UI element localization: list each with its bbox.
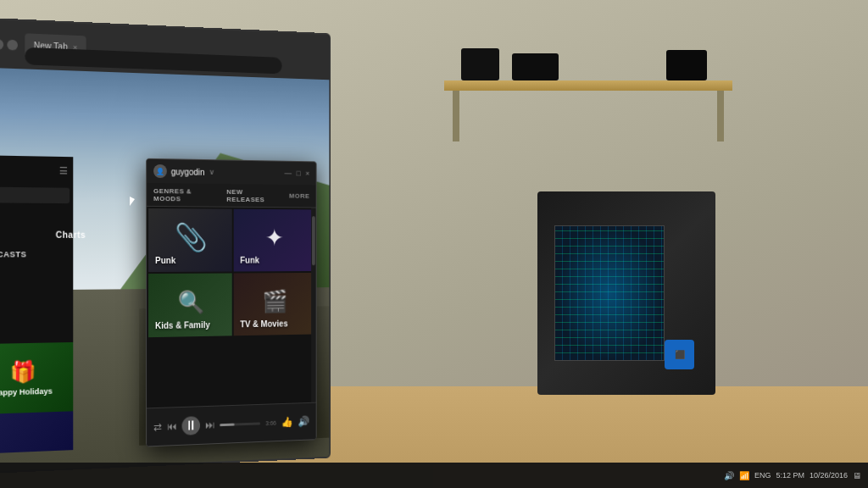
browser-close-btn[interactable] [7, 39, 18, 50]
music-app-window[interactable]: 👤 guygodin ∨ — □ × GENRES & MOODS NEW RE… [146, 158, 317, 447]
monitor-screen: New Tab × ▼ ☰ 🎸 Blues [0, 17, 331, 474]
app-window-controls: — □ × [285, 169, 310, 177]
pc-glow-effect [555, 226, 664, 360]
progress-bar[interactable] [220, 422, 260, 426]
genre-kids[interactable]: 🔍 Kids & Family [148, 273, 232, 337]
kids-label: Kids & Family [155, 320, 210, 330]
punk-label: Punk [155, 256, 175, 265]
wall-shelf [444, 80, 732, 91]
next-btn[interactable]: ⏭ [205, 419, 215, 431]
app-left-sidebar: ▼ ☰ 🎸 Blues 🎁 Happy Holidays PODCASTS [0, 155, 73, 454]
app-scrollbar[interactable] [311, 208, 316, 402]
kids-icon: 🔍 [177, 289, 203, 315]
shuffle-btn[interactable]: ⇄ [153, 421, 162, 433]
username-label: guygodin [171, 167, 205, 177]
holiday-card[interactable]: 🎁 Happy Holidays [0, 342, 73, 414]
browser-maximize-btn[interactable] [0, 38, 3, 49]
genre-tv-movies[interactable]: 🎬 TV & Movies [234, 273, 314, 336]
app-user-info: 👤 guygodin ∨ [153, 164, 214, 179]
chevron-down-icon: ∨ [209, 168, 214, 176]
pc-logo: ⬛ [665, 340, 694, 369]
app-titlebar: 👤 guygodin ∨ — □ × [147, 159, 316, 186]
large-monitor: New Tab × ▼ ☰ 🎸 Blues [0, 17, 331, 474]
clock-date: 10/26/2016 [810, 471, 848, 480]
tv-movies-icon: 🎬 [262, 288, 287, 314]
app-close-btn[interactable]: × [305, 169, 309, 178]
music-playback-controls: ⇄ ⏮ ⏸ ⏭ 3:66 👍 🔊 [147, 402, 316, 446]
volume-btn[interactable]: 🔊 [298, 415, 309, 427]
funk-label: Funk [240, 256, 259, 265]
charts-nav-label[interactable]: Charts [56, 230, 86, 240]
taskbar: 🔊 📶 ENG 5:12 PM 10/26/2016 🖥 [0, 463, 868, 488]
app-maximize-btn[interactable]: □ [297, 169, 301, 178]
pc-tower: ⬛ [537, 191, 715, 395]
shelf-item-1 [461, 48, 499, 80]
genre-grid: 📎 Punk ✦ Funk 🔍 Kids & Family [147, 207, 316, 339]
punk-icon: 📎 [174, 221, 207, 253]
blues-genre-card[interactable]: 🎸 Blues [0, 411, 73, 454]
sidebar-top-controls: ▼ ☰ [0, 155, 73, 185]
genre-funk[interactable]: ✦ Funk [234, 209, 314, 272]
time-display: 3:66 [265, 419, 276, 425]
funk-icon: ✦ [265, 224, 284, 251]
clock-time: 5:12 PM [776, 471, 804, 480]
progress-fill [220, 423, 234, 426]
holiday-text: Happy Holidays [0, 387, 53, 397]
nav-new-releases[interactable]: NEW RELEASES [226, 188, 280, 203]
browser-window-controls [0, 38, 18, 50]
app-navigation: GENRES & MOODS NEW RELEASES MORE [147, 183, 316, 208]
like-btn[interactable]: 👍 [281, 416, 293, 428]
podcasts-nav-label[interactable]: PODCASTS [0, 250, 26, 258]
shelf-item-2 [512, 53, 559, 80]
tv-movies-label: TV & Movies [240, 319, 287, 330]
menu-icon[interactable]: ☰ [59, 165, 68, 176]
scrollbar-thumb[interactable] [312, 216, 315, 265]
nav-more[interactable]: MORE [289, 192, 309, 200]
network-taskbar-icon[interactable]: 📶 [739, 471, 749, 480]
gift-icon: 🎁 [9, 359, 36, 385]
user-avatar: 👤 [153, 164, 167, 178]
app-minimize-btn[interactable]: — [285, 169, 292, 177]
play-pause-btn[interactable]: ⏸ [182, 416, 200, 435]
language-indicator[interactable]: ENG [754, 471, 771, 480]
volume-taskbar-icon[interactable]: 🔊 [724, 471, 734, 480]
nav-genres-moods[interactable]: GENRES & MOODS [153, 186, 217, 202]
pc-tower-window [554, 225, 665, 361]
prev-btn[interactable]: ⏮ [167, 420, 177, 432]
monitor-taskbar-icon[interactable]: 🖥 [853, 471, 861, 480]
shelf-item-3 [666, 50, 707, 80]
genre-punk[interactable]: 📎 Punk [148, 208, 232, 272]
search-bar[interactable] [0, 186, 70, 203]
